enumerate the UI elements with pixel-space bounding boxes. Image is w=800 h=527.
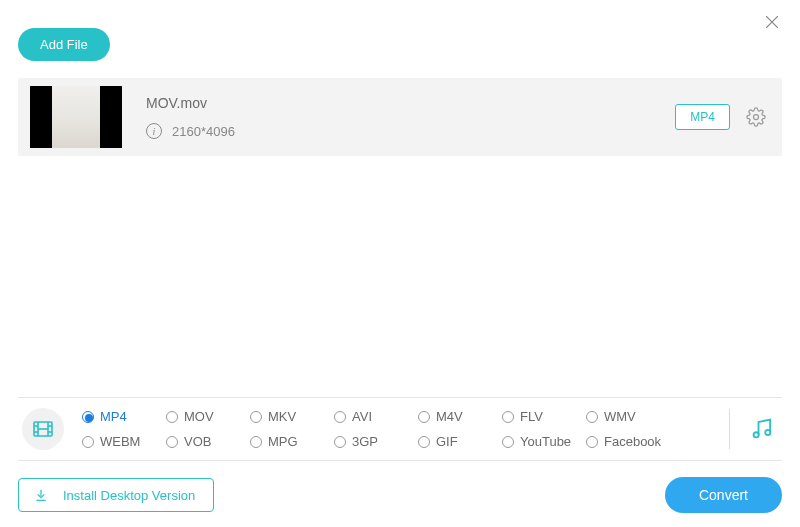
format-label: 3GP [352, 434, 378, 449]
video-mode-icon[interactable] [22, 408, 64, 450]
file-thumbnail [30, 86, 122, 148]
install-desktop-label: Install Desktop Version [63, 488, 195, 503]
radio-icon [502, 436, 514, 448]
format-option-vob[interactable]: VOB [166, 434, 250, 449]
format-label: M4V [436, 409, 463, 424]
radio-icon [166, 411, 178, 423]
format-option-avi[interactable]: AVI [334, 409, 418, 424]
file-name: MOV.mov [146, 95, 675, 111]
download-icon [33, 487, 49, 503]
format-option-youtube[interactable]: YouTube [502, 434, 586, 449]
format-label: MPG [268, 434, 298, 449]
format-option-mov[interactable]: MOV [166, 409, 250, 424]
info-icon[interactable]: i [146, 123, 162, 139]
radio-icon [334, 436, 346, 448]
format-option-facebook[interactable]: Facebook [586, 434, 670, 449]
gear-icon[interactable] [746, 107, 766, 127]
bottom-bar: Install Desktop Version Convert [18, 477, 782, 513]
install-desktop-button[interactable]: Install Desktop Version [18, 478, 214, 512]
add-file-button[interactable]: Add File [18, 28, 110, 61]
file-list: MOV.mov i 2160*4096 MP4 [18, 78, 782, 156]
format-label: MKV [268, 409, 296, 424]
radio-icon [82, 411, 94, 423]
radio-icon [586, 411, 598, 423]
format-option-gif[interactable]: GIF [418, 434, 502, 449]
format-label: MOV [184, 409, 214, 424]
radio-icon [82, 436, 94, 448]
format-option-m4v[interactable]: M4V [418, 409, 502, 424]
svg-point-11 [754, 432, 759, 437]
radio-icon [418, 436, 430, 448]
format-label: FLV [520, 409, 543, 424]
svg-point-2 [754, 115, 759, 120]
format-option-flv[interactable]: FLV [502, 409, 586, 424]
radio-icon [334, 411, 346, 423]
format-option-mkv[interactable]: MKV [250, 409, 334, 424]
radio-icon [502, 411, 514, 423]
panel-divider [729, 409, 730, 449]
radio-icon [418, 411, 430, 423]
format-label: GIF [436, 434, 458, 449]
format-grid: MP4MOVMKVAVIM4VFLVWMVWEBMVOBMPG3GPGIFYou… [82, 409, 711, 449]
svg-point-12 [765, 430, 770, 435]
file-item: MOV.mov i 2160*4096 MP4 [18, 78, 782, 156]
file-meta: MOV.mov i 2160*4096 [146, 95, 675, 139]
format-label: WEBM [100, 434, 140, 449]
format-option-webm[interactable]: WEBM [82, 434, 166, 449]
format-option-wmv[interactable]: WMV [586, 409, 670, 424]
format-label: Facebook [604, 434, 661, 449]
format-option-3gp[interactable]: 3GP [334, 434, 418, 449]
radio-icon [250, 436, 262, 448]
radio-icon [250, 411, 262, 423]
format-label: YouTube [520, 434, 571, 449]
format-label: AVI [352, 409, 372, 424]
convert-button[interactable]: Convert [665, 477, 782, 513]
format-option-mpg[interactable]: MPG [250, 434, 334, 449]
format-label: WMV [604, 409, 636, 424]
close-icon[interactable] [762, 12, 782, 32]
format-option-mp4[interactable]: MP4 [82, 409, 166, 424]
audio-mode-icon[interactable] [748, 415, 776, 443]
format-panel: MP4MOVMKVAVIM4VFLVWMVWEBMVOBMPG3GPGIFYou… [18, 397, 782, 461]
output-format-badge[interactable]: MP4 [675, 104, 730, 130]
radio-icon [166, 436, 178, 448]
radio-icon [586, 436, 598, 448]
format-label: VOB [184, 434, 211, 449]
file-resolution: 2160*4096 [172, 124, 235, 139]
format-label: MP4 [100, 409, 127, 424]
